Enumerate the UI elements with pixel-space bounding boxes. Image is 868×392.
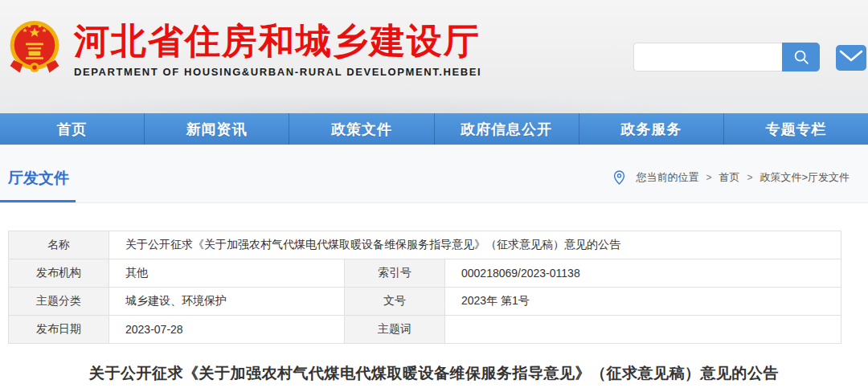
breadcrumb-location-label: 您当前的位置 [636,170,698,185]
table-row-name: 名称 关于公开征求《关于加强农村气代煤电代煤取暖设备维保服务指导意见》（征求意见… [9,231,841,259]
main-nav: 首页 新闻资讯 政策文件 政府信息公开 政务服务 专题专栏 [0,113,868,145]
index-value: 000218069/2023-01138 [445,259,841,288]
name-label: 名称 [9,231,109,259]
index-label: 索引号 [345,259,445,288]
site-header: 河北省住房和城乡建设厅 DEPARTMENT OF HOUSING&URBAN-… [0,0,868,113]
page: 河北省住房和城乡建设厅 DEPARTMENT OF HOUSING&URBAN-… [0,0,868,392]
document-meta-table: 名称 关于公开征求《关于加强农村气代煤电代煤取暖设备维保服务指导意见》（征求意见… [8,231,841,344]
search-button[interactable] [782,43,820,71]
nav-item-home[interactable]: 首页 [0,113,144,145]
breadcrumb-policy-dept-link[interactable]: 政策文件>厅发文件 [760,170,850,185]
keywords-label: 主题词 [345,316,445,344]
keywords-value [445,316,841,344]
breadcrumb-strip: 厅发文件 您当前的位置 > 首页 > 政策文件>厅发文件 [0,145,868,203]
date-label: 发布日期 [9,316,109,344]
site-logo[interactable]: 河北省住房和城乡建设厅 DEPARTMENT OF HOUSING&URBAN-… [6,18,481,79]
nav-item-policy[interactable]: 政策文件 [289,113,433,145]
category-label: 主题分类 [9,288,109,316]
category-value: 城乡建设、环境保护 [109,288,345,316]
breadcrumb-separator: > [747,172,752,183]
article-title: 关于公开征求《关于加强农村气代煤电代煤取暖设备维保服务指导意见》（征求意见稿）意… [0,363,868,384]
date-value: 2023-07-28 [109,316,345,344]
section-tab-underline [0,200,76,202]
table-row-category-docnum: 主题分类 城乡建设、环境保护 文号 2023年 第1号 [9,288,841,316]
mailbox-button[interactable] [836,45,866,71]
envelope-icon [839,49,863,67]
nav-item-gov-service[interactable]: 政务服务 [579,113,723,145]
site-subtitle: DEPARTMENT OF HOUSING&URBAN-RURAL DEVELO… [74,66,481,78]
site-title-block: 河北省住房和城乡建设厅 DEPARTMENT OF HOUSING&URBAN-… [74,18,481,78]
publisher-value: 其他 [109,259,345,288]
breadcrumb-separator: > [706,172,711,183]
nav-item-news[interactable]: 新闻资讯 [144,113,289,145]
breadcrumb: 您当前的位置 > 首页 > 政策文件>厅发文件 [613,170,850,185]
name-value: 关于公开征求《关于加强农村气代煤电代煤取暖设备维保服务指导意见》（征求意见稿）意… [109,231,841,259]
nav-item-special[interactable]: 专题专栏 [723,113,868,145]
breadcrumb-home-link[interactable]: 首页 [719,170,739,185]
search-group [633,43,820,71]
site-title: 河北省住房和城乡建设厅 [74,22,481,59]
search-icon [792,48,810,66]
table-row-publisher-index: 发布机构 其他 索引号 000218069/2023-01138 [9,259,841,288]
section-tab-dept-documents[interactable]: 厅发文件 [8,168,69,189]
national-emblem-icon [6,18,63,79]
nav-item-gov-info[interactable]: 政府信息公开 [434,113,579,145]
search-input[interactable] [633,43,782,71]
docnum-label: 文号 [345,288,445,316]
publisher-label: 发布机构 [9,259,109,288]
table-row-date-keywords: 发布日期 2023-07-28 主题词 [9,316,841,344]
location-pin-icon [613,170,625,185]
docnum-value: 2023年 第1号 [445,288,841,316]
